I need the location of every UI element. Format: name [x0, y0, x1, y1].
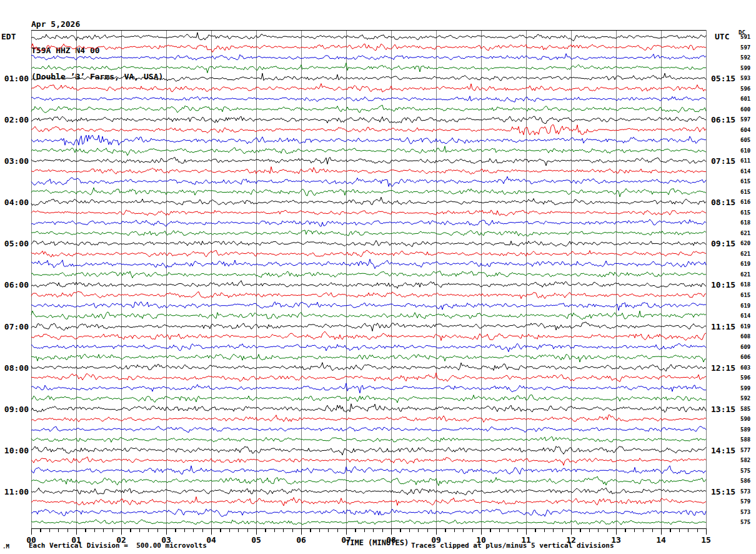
trace-row-44	[31, 488, 706, 495]
dc-value: 619	[740, 323, 754, 330]
trace-row-4	[31, 73, 706, 81]
dc-value: 591	[740, 34, 754, 40]
dc-value: 615	[740, 209, 754, 216]
edt-hour-label: 09:00	[2, 405, 29, 414]
utc-hour-label: 10:15	[711, 280, 739, 290]
trace-row-34	[31, 383, 706, 393]
trace-row-13	[31, 167, 706, 174]
trace-row-14	[31, 176, 706, 186]
trace-row-28	[31, 322, 706, 331]
dc-value: 575	[740, 519, 754, 525]
edt-hour-label: 03:00	[2, 156, 29, 166]
edt-hour-label: 06:00	[2, 280, 29, 290]
dc-value: 608	[740, 333, 754, 340]
dc-value: 621	[740, 230, 754, 236]
minute-tick-label: 14	[652, 535, 670, 545]
dc-value: 615	[740, 189, 754, 195]
dc-value: 573	[740, 488, 754, 495]
trace-row-8	[31, 116, 706, 124]
utc-hour-label: 14:15	[711, 446, 739, 455]
trace-row-1	[31, 44, 706, 53]
trace-row-38	[31, 426, 706, 433]
trace-row-20	[31, 241, 706, 247]
dc-value: 620	[740, 240, 754, 246]
trace-row-7	[31, 105, 706, 113]
trace-row-16	[31, 197, 706, 205]
dc-value: 610	[740, 148, 754, 154]
trace-row-39	[31, 437, 706, 443]
edt-hour-label: 01:00	[2, 74, 29, 83]
trace-row-19	[31, 230, 706, 236]
trace-row-31	[31, 354, 706, 362]
trace-row-6	[31, 96, 706, 103]
trace-row-42	[31, 466, 706, 475]
trace-row-47	[31, 520, 706, 525]
dc-value: 619	[740, 261, 754, 267]
edt-hour-label: 07:00	[2, 322, 29, 331]
dc-value: 621	[740, 271, 754, 278]
dc-value: 590	[740, 416, 754, 422]
dc-value: 585	[740, 406, 754, 412]
footer-clip-note: Traces clipped at plus/minus 5 vertical …	[411, 541, 614, 550]
dc-value: 582	[740, 457, 754, 463]
dc-value: 575	[740, 468, 754, 474]
dc-value: 615	[740, 178, 754, 184]
dc-value: 609	[740, 344, 754, 350]
utc-hour-label: 12:15	[711, 363, 739, 373]
trace-row-32	[31, 363, 706, 371]
edt-hour-label: 08:00	[2, 363, 29, 373]
trace-row-18	[31, 219, 706, 226]
utc-hour-label: 05:15	[711, 74, 739, 83]
dc-value: 597	[740, 44, 754, 51]
utc-hour-label: 08:15	[711, 198, 739, 207]
dc-value: 579	[740, 498, 754, 505]
trace-row-40	[31, 446, 706, 455]
dc-value: 577	[740, 447, 754, 453]
dc-value: 600	[740, 106, 754, 113]
utc-hour-label: 07:15	[711, 156, 739, 166]
minute-tick-label: 06	[292, 535, 311, 545]
seismogram-plot[interactable]	[0, 0, 756, 554]
dc-value: 597	[740, 116, 754, 123]
trace-row-29	[31, 331, 706, 341]
dc-value: 599	[740, 65, 754, 71]
trace-row-10	[31, 135, 706, 145]
edt-hour-label: 05:00	[2, 239, 29, 248]
trace-row-43	[31, 476, 706, 486]
dc-value: 596	[740, 375, 754, 381]
utc-hour-label: 15:15	[711, 487, 739, 496]
dc-value: 618	[740, 219, 754, 226]
trace-row-2	[31, 54, 706, 61]
dc-value: 621	[740, 251, 754, 257]
utc-hour-label: 11:15	[711, 322, 739, 331]
helicorder-page: Apr 5,2026 T59A HHZ N4 00 (Double ’B’ Fa…	[0, 0, 756, 554]
trace-row-37	[31, 415, 706, 423]
dc-value: 603	[740, 365, 754, 371]
trace-row-15	[31, 188, 706, 197]
dc-value: 586	[740, 478, 754, 484]
trace-row-36	[31, 404, 706, 413]
dc-value: 588	[740, 436, 754, 443]
dc-value: 592	[740, 395, 754, 401]
trace-row-41	[31, 457, 706, 466]
trace-row-24	[31, 281, 706, 289]
dc-value: 601	[740, 96, 754, 102]
dc-value: 573	[740, 509, 754, 515]
edt-hour-label: 11:00	[2, 487, 29, 496]
dc-value: 611	[740, 158, 754, 164]
dc-value: 596	[740, 86, 754, 92]
trace-row-3	[31, 63, 706, 73]
dc-value: 605	[740, 137, 754, 143]
dc-value: 589	[740, 426, 754, 433]
trace-row-17	[31, 210, 706, 216]
dc-value: 619	[740, 303, 754, 309]
edt-hour-label: 04:00	[2, 198, 29, 207]
dc-value: 592	[740, 54, 754, 61]
trace-row-11	[31, 146, 706, 156]
dc-value: 616	[740, 199, 754, 205]
edt-hour-label: 02:00	[2, 115, 29, 124]
dc-value: 614	[740, 168, 754, 174]
utc-hour-label: 06:15	[711, 115, 739, 124]
trace-row-12	[31, 157, 706, 166]
trace-row-35	[31, 395, 706, 403]
